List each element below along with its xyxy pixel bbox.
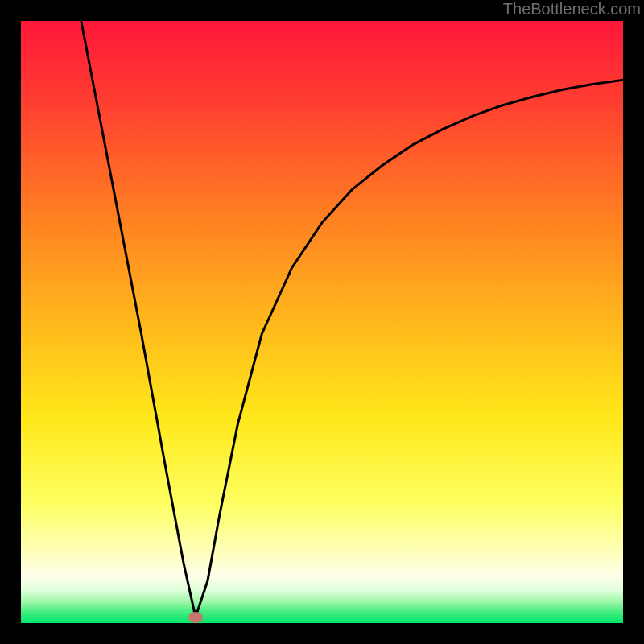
- bottleneck-curve: [81, 21, 623, 617]
- watermark-text: TheBottleneck.com: [503, 0, 641, 19]
- optimal-point-marker: [188, 612, 203, 623]
- plot-area: [21, 21, 623, 623]
- curve-layer: [21, 21, 623, 623]
